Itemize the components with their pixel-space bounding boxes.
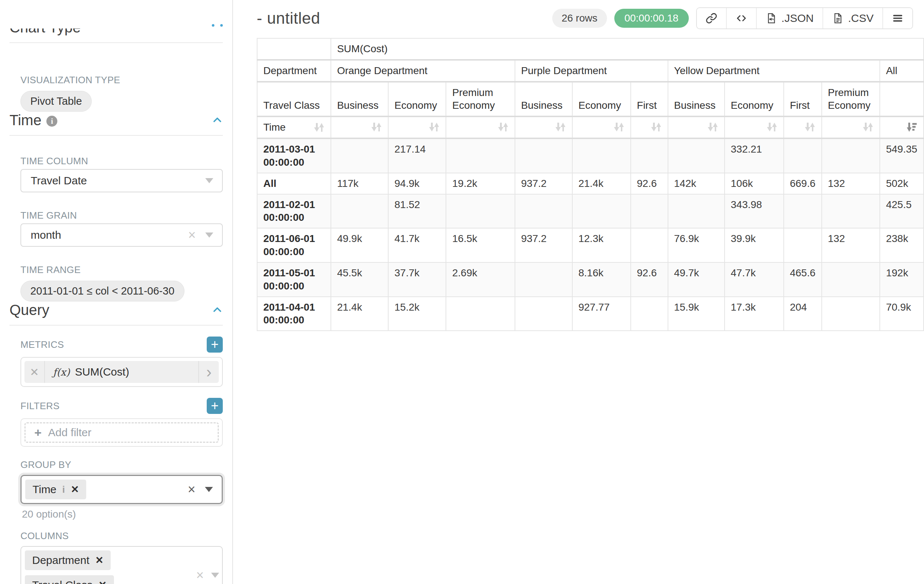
pivot-value-cell: 12.3k xyxy=(572,228,631,262)
pivot-value-cell xyxy=(515,138,572,173)
add-filter-plus-button[interactable]: + xyxy=(207,398,223,414)
pivot-value-cell: 37.7k xyxy=(388,262,446,297)
chart-type-collapse-chevron[interactable] xyxy=(212,24,223,26)
add-filter-field[interactable]: + Add filter xyxy=(25,422,219,443)
export-json-button[interactable]: .JSON xyxy=(756,8,822,28)
groupby-select[interactable]: Time i ✕ × xyxy=(20,475,223,504)
sort-toggle-icon[interactable] xyxy=(651,122,662,133)
remove-tag-icon[interactable]: ✕ xyxy=(95,554,104,566)
sort-toggle-icon[interactable] xyxy=(498,122,509,133)
sort-toggle-icon[interactable] xyxy=(555,122,566,133)
sort-toggle-icon[interactable] xyxy=(429,122,440,133)
clear-icon[interactable]: × xyxy=(196,569,204,582)
columns-tag-department[interactable]: Department ✕ xyxy=(25,550,111,570)
pivot-value-cell: 47.7k xyxy=(724,262,784,297)
columns-label: COLUMNS xyxy=(20,530,223,542)
pivot-value-cell xyxy=(572,138,631,173)
pivot-value-cell: 19.2k xyxy=(446,173,515,194)
visualization-type-label: VISUALIZATION TYPE xyxy=(20,74,223,86)
add-filter-label: Add filter xyxy=(48,426,91,439)
pivot-value-cell: 8.16k xyxy=(572,262,631,297)
pivot-class-header: Economy xyxy=(724,82,784,117)
pivot-group-header: Orange Department xyxy=(331,60,515,82)
filters-label: FILTERS xyxy=(20,400,59,412)
expand-metric-chevron-icon[interactable]: › xyxy=(198,361,219,383)
menu-button[interactable] xyxy=(882,8,912,28)
pivot-value-cell: 669.6 xyxy=(784,173,822,194)
hamburger-menu-icon xyxy=(892,12,904,24)
pivot-value-cell xyxy=(822,194,880,229)
table-row: 2011-04-01 00:00:0021.4k15.2k927.7715.9k… xyxy=(257,297,924,331)
clear-icon[interactable]: × xyxy=(188,483,195,496)
columns-tag-travel-class[interactable]: Travel Class ✕ xyxy=(25,575,114,584)
sort-toggle-icon[interactable] xyxy=(708,122,718,133)
pivot-value-cell xyxy=(822,262,880,297)
pivot-value-cell: 217.14 xyxy=(388,138,446,173)
pivot-sort-cell xyxy=(331,117,388,138)
link-icon xyxy=(706,12,717,24)
pivot-class-header: First xyxy=(784,82,822,117)
pivot-class-header: Premium Economy xyxy=(446,82,515,117)
metric-label: SUM(Cost) xyxy=(75,366,129,378)
table-row: 2011-05-01 00:00:0045.5k37.7k2.69k8.16k9… xyxy=(257,262,924,297)
copy-link-button[interactable] xyxy=(697,8,726,28)
time-range-value[interactable]: 2011-01-01 ≤ col < 2011-06-30 xyxy=(20,281,185,301)
sort-toggle-icon[interactable] xyxy=(805,122,815,133)
chevron-up-icon[interactable] xyxy=(212,115,223,125)
row-axis-label: Time xyxy=(263,121,285,134)
pivot-value-cell xyxy=(446,297,515,331)
sort-toggle-icon[interactable] xyxy=(614,122,625,133)
pivot-sort-cell xyxy=(784,117,822,138)
pivot-value-cell: 70.9k xyxy=(880,297,924,331)
pivot-value-cell xyxy=(631,138,668,173)
sort-toggle-icon[interactable] xyxy=(314,122,325,133)
chevron-up-icon[interactable] xyxy=(212,304,223,315)
pivot-row-dimension-header: Travel Class xyxy=(257,82,331,117)
sort-desc-active-icon[interactable] xyxy=(906,122,917,133)
pivot-value-cell: 16.5k xyxy=(446,228,515,262)
table-row: All117k94.9k19.2k937.221.4k92.6142k106k6… xyxy=(257,173,924,194)
pivot-value-cell: 937.2 xyxy=(515,228,572,262)
control-panel: RUN SAVE Chart Type VISUALIZATION TYPE P… xyxy=(0,0,233,584)
metric-item[interactable]: ✕ ƒ(x) SUM(Cost) › xyxy=(25,361,219,383)
pivot-class-header xyxy=(880,82,924,117)
sort-toggle-icon[interactable] xyxy=(371,122,382,133)
pivot-value-cell xyxy=(822,297,880,331)
info-icon[interactable]: i xyxy=(46,116,57,127)
clear-icon[interactable]: × xyxy=(188,229,196,242)
time-column-select[interactable]: Travel Date xyxy=(20,169,223,192)
time-grain-value: month xyxy=(31,229,61,241)
remove-tag-icon[interactable]: ✕ xyxy=(71,484,79,495)
columns-select[interactable]: Department ✕ Travel Class ✕ × xyxy=(20,546,223,584)
pivot-value-cell xyxy=(446,194,515,229)
divider xyxy=(10,42,223,43)
pivot-sort-cell xyxy=(388,117,446,138)
sort-toggle-icon[interactable] xyxy=(767,122,777,133)
metrics-label: METRICS xyxy=(20,339,64,350)
pivot-class-header: Business xyxy=(515,82,572,117)
pivot-table-grid: SUM(Cost)DepartmentOrange DepartmentPurp… xyxy=(257,38,924,331)
caret-down-icon[interactable] xyxy=(211,572,219,578)
embed-code-button[interactable] xyxy=(726,8,756,28)
remove-metric-icon[interactable]: ✕ xyxy=(25,361,45,383)
caret-down-icon[interactable] xyxy=(205,487,213,492)
sort-toggle-icon[interactable] xyxy=(863,122,874,133)
pivot-value-cell: 2.69k xyxy=(446,262,515,297)
pivot-value-cell: 238k xyxy=(880,228,924,262)
pivot-value-cell: 332.21 xyxy=(724,138,784,173)
time-grain-select[interactable]: month × xyxy=(20,224,223,247)
add-metric-button[interactable]: + xyxy=(207,337,223,353)
pivot-class-header: Premium Economy xyxy=(822,82,880,117)
groupby-tag-time[interactable]: Time i ✕ xyxy=(25,480,86,499)
pivot-value-cell: 549.35 xyxy=(880,138,924,173)
function-icon: ƒ(x) xyxy=(53,367,70,378)
pivot-row-header: All xyxy=(257,173,331,194)
pivot-value-cell: 49.9k xyxy=(331,228,388,262)
visualization-type-value[interactable]: Pivot Table xyxy=(20,91,92,112)
query-timer-badge: 00:00:00.18 xyxy=(614,9,689,28)
pivot-value-cell: 15.9k xyxy=(668,297,724,331)
export-csv-button[interactable]: .CSV xyxy=(822,8,882,28)
info-icon[interactable]: i xyxy=(63,484,65,495)
remove-tag-icon[interactable]: ✕ xyxy=(99,579,107,584)
pivot-value-cell xyxy=(331,138,388,173)
